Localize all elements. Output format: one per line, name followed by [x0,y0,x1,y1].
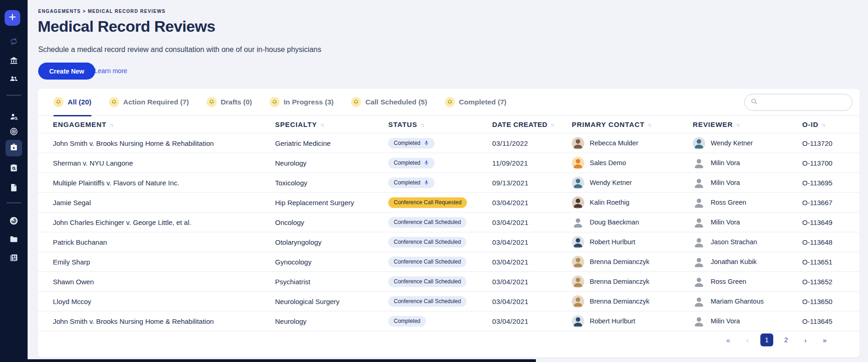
table-row[interactable]: Shawn Owen Psychiatrist Conference Call … [38,272,860,292]
page-title: Medical Record Reviews [38,17,215,35]
sidebar [0,0,28,362]
spiral-icon [9,216,18,227]
folder-icon [9,235,18,246]
table-row[interactable]: Jamie Segal Hip Replacement Surgery Conf… [38,193,860,213]
news-icon [9,253,18,264]
pagination-first-button[interactable]: « [722,333,735,346]
oid-value: O-113667 [802,199,833,207]
pagination-prev-button[interactable]: ‹ [741,333,754,346]
table-row[interactable]: John Smith v. Brooks Nursing Home & Reha… [38,133,860,153]
oid-value: O-113695 [802,179,833,187]
reviewer-avatar [693,196,705,209]
target-icon [9,127,18,138]
reviewer-name: Jonathan Kubik [711,258,757,265]
status-badge: Conference Call Scheduled [388,296,466,307]
people-icon [9,74,18,85]
bell-icon [53,97,63,107]
oid-value: O-113652 [802,278,833,286]
primary-contact-name: Wendy Ketner [590,179,632,186]
status-badge: Conference Call Scheduled [388,237,466,247]
clipboard-search-icon [9,163,18,174]
sidebar-item-support[interactable] [8,216,19,227]
pagination-page-1[interactable]: 1 [760,333,773,346]
specialty-value: Psychiatrist [275,278,310,286]
table-row[interactable]: Sherman v. NYU Langone Neurology Complet… [38,153,860,173]
sidebar-item-medical-record-reviews[interactable] [8,143,19,154]
table-row[interactable]: Multiple Plaintiffs v. Flavors of Nature… [38,173,860,193]
column-header: PRIMARY CONTACT ↑↓ [572,121,693,128]
pagination-last-button[interactable]: » [818,333,831,346]
sidebar-item-files[interactable] [8,235,19,246]
tabs-bar: All (20) Action Required (7) Drafts (0) … [38,89,860,116]
reviewer-avatar [693,177,705,189]
sidebar-item-news[interactable] [8,253,19,264]
table-row[interactable]: John Charles Eichinger v. George Little,… [38,213,860,232]
column-header-label: ENGAGEMENT [53,121,107,128]
specialty-value: Neurology [275,317,306,325]
tab-call-scheduled-5[interactable]: Call Scheduled (5) [351,89,427,116]
microphone-icon[interactable] [424,160,429,166]
engagement-name: John Smith v. Brooks Nursing Home & Reha… [53,317,214,325]
date-created-value: 11/09/2021 [492,159,528,167]
create-plus-button[interactable] [5,10,20,26]
table-row[interactable]: Emily Sharp Gynocology Conference Call S… [38,252,860,272]
microphone-icon[interactable] [424,140,429,146]
sort-icon[interactable]: ↑↓ [551,122,555,127]
reviews-card: All (20) Action Required (7) Drafts (0) … [38,89,860,357]
sidebar-item-target[interactable] [8,127,19,138]
breadcrumb-current: MEDICAL RECORD REVIEWS [88,9,166,14]
table-row[interactable]: Patrick Buchanan Otolaryngology Conferen… [38,232,860,252]
column-header: STATUS ↑↓ [388,121,492,128]
reviewer-name: Ross Green [711,199,746,206]
sort-icon[interactable]: ↑↓ [822,122,826,127]
status-label: Conference Call Scheduled [394,219,461,225]
sidebar-item-documents[interactable] [8,183,19,194]
sort-icon[interactable]: ↑↓ [648,122,652,127]
engagement-name: Shawn Owen [53,278,94,286]
oid-value: O-113648 [802,238,833,246]
column-header-label: SPECIALTY [275,121,317,128]
column-header-label: REVIEWER [693,121,733,128]
microphone-icon[interactable] [424,180,429,185]
create-new-button[interactable]: Create New [38,63,95,80]
tab-label: Call Scheduled (5) [365,98,427,106]
status-badge: Conference Call Scheduled [388,257,466,267]
sort-icon[interactable]: ↑↓ [110,122,114,127]
tab-action-required-7[interactable]: Action Required (7) [109,89,189,116]
engagement-name: Sherman v. NYU Langone [53,159,133,167]
sort-icon[interactable]: ↑↓ [320,122,324,127]
tab-drafts-0[interactable]: Drafts (0) [207,89,252,116]
column-header: O-ID ↑↓ [802,121,860,128]
engagement-name: Multiple Plaintiffs v. Flavors of Nature… [53,179,179,187]
status-label: Completed [394,160,420,166]
bell-icon [109,97,119,107]
specialty-value: Gynocology [275,258,311,266]
sort-icon[interactable]: ↑↓ [420,122,425,127]
status-badge: Completed [388,158,435,168]
table-row[interactable]: Lloyd Mccoy Neurological Surgery Confere… [38,292,860,311]
status-label: Completed [394,179,420,186]
sidebar-item-sync[interactable] [8,37,19,48]
sidebar-item-firm[interactable] [8,56,19,67]
date-created-value: 03/04/2021 [492,298,529,305]
pagination-page-2[interactable]: 2 [780,333,793,346]
sidebar-item-record-search[interactable] [8,163,19,174]
table-row[interactable]: John Smith v. Brooks Nursing Home & Reha… [38,311,860,331]
specialty-value: Otolaryngology [275,238,322,246]
breadcrumb-parent[interactable]: ENGAGEMENTS [38,9,81,14]
learn-more-link[interactable]: Learn more [94,67,127,75]
pagination-next-button[interactable]: › [799,333,812,346]
tab-all-20[interactable]: All (20) [53,89,92,116]
sort-icon[interactable]: ↑↓ [736,122,740,127]
reviewer-avatar [693,256,705,268]
sidebar-item-expert-search[interactable] [8,112,19,123]
tab-label: Completed (7) [459,98,506,106]
sidebar-item-people[interactable] [8,74,19,85]
search-box[interactable] [744,94,852,111]
status-label: Completed [394,140,420,146]
tab-in-progress-3[interactable]: In Progress (3) [270,89,334,116]
status-label: Conference Call Scheduled [394,278,461,285]
tab-label: Drafts (0) [221,98,252,106]
tab-completed-7[interactable]: Completed (7) [445,89,506,116]
search-input[interactable] [761,96,852,109]
